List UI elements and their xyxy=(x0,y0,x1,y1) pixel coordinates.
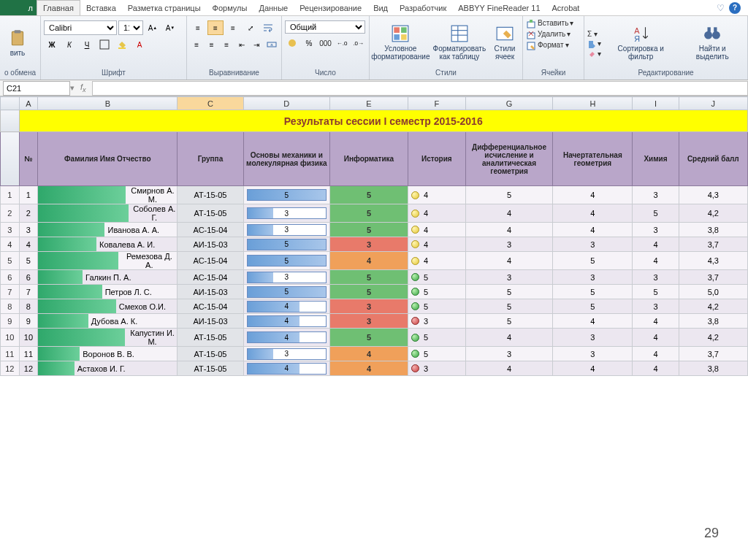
cell-geometry[interactable]: 4 xyxy=(553,314,633,329)
cell-chemistry[interactable]: 4 xyxy=(633,237,679,252)
tab-page-layout[interactable]: Разметка страницы xyxy=(122,0,207,15)
cell-name[interactable]: Петров Л. С. xyxy=(38,285,178,299)
cell-average[interactable]: 4,2 xyxy=(679,299,747,314)
cell-name[interactable]: Астахов И. Г. xyxy=(38,361,178,376)
percent-button[interactable]: % xyxy=(302,36,317,50)
border-button[interactable] xyxy=(96,37,112,52)
cell-group[interactable]: АИ-15-03 xyxy=(178,314,243,329)
cell-geometry[interactable]: 4 xyxy=(553,223,633,237)
cell-chemistry[interactable]: 4 xyxy=(633,361,679,376)
decrease-indent-button[interactable]: ⇤ xyxy=(235,37,249,52)
underline-button[interactable]: Ч xyxy=(79,37,95,52)
table-header[interactable]: Основы механики и молекулярная физика xyxy=(243,132,330,186)
cell-average[interactable]: 5,0 xyxy=(679,285,747,299)
font-color-button[interactable]: A xyxy=(131,37,148,52)
cell-history[interactable]: 4 xyxy=(408,237,465,252)
row-header[interactable]: 5 xyxy=(1,252,20,270)
cell-informatics[interactable]: 4 xyxy=(330,361,408,376)
cell-calculus[interactable]: 5 xyxy=(465,285,553,299)
cell-chemistry[interactable]: 3 xyxy=(633,270,679,285)
row-header[interactable]: 1 xyxy=(1,186,20,204)
orientation-button[interactable]: ⤢ xyxy=(243,20,259,35)
table-header[interactable]: Дифференциальное исчисление и аналитичес… xyxy=(465,132,553,186)
cell-group[interactable]: АТ-15-05 xyxy=(178,347,243,361)
cell-average[interactable]: 4,3 xyxy=(679,186,747,204)
insert-button[interactable]: Вставить ▾ xyxy=(526,19,581,29)
grow-font-button[interactable]: A▲ xyxy=(145,20,161,35)
cell-chemistry[interactable]: 5 xyxy=(633,285,679,299)
thousands-button[interactable]: 000 xyxy=(318,36,333,50)
cell-calculus[interactable]: 3 xyxy=(465,347,553,361)
sheet-title[interactable]: Результаты сессии I семестр 2015-2016 xyxy=(19,110,747,132)
cell-chemistry[interactable]: 3 xyxy=(633,223,679,237)
cell-name[interactable]: Ремезова Д. А. xyxy=(38,252,178,270)
cell-average[interactable]: 3,7 xyxy=(679,237,747,252)
tab-review[interactable]: Рецензирование xyxy=(294,0,367,15)
cell-group[interactable]: АТ-15-05 xyxy=(178,329,243,347)
formula-input[interactable] xyxy=(92,81,748,96)
cell-informatics[interactable]: 5 xyxy=(330,270,408,285)
column-header-D[interactable]: D xyxy=(243,97,330,110)
cell-geometry[interactable]: 3 xyxy=(553,329,633,347)
column-header-B[interactable]: B xyxy=(38,97,178,110)
number-format-select[interactable]: Общий xyxy=(285,20,365,34)
cell-name[interactable]: Капустин И. М. xyxy=(38,329,178,347)
font-size-select[interactable]: 11 xyxy=(118,20,143,35)
cell-number[interactable]: 7 xyxy=(19,285,38,299)
tab-home[interactable]: Главная xyxy=(37,0,80,15)
cell-name[interactable]: Дубова А. К. xyxy=(38,314,178,329)
sort-filter-button[interactable]: АЯ Сортировка и фильтр xyxy=(603,23,678,62)
cell-chemistry[interactable]: 4 xyxy=(633,252,679,270)
cell-group[interactable]: АТ-15-05 xyxy=(178,361,243,376)
cell-calculus[interactable]: 5 xyxy=(465,314,553,329)
cell-history[interactable]: 5 xyxy=(408,270,465,285)
cell-number[interactable]: 8 xyxy=(19,299,38,314)
cell-physics[interactable]: 5 xyxy=(243,252,330,270)
column-header-F[interactable]: F xyxy=(408,97,465,110)
cell-history[interactable]: 3 xyxy=(408,361,465,376)
conditional-formatting-button[interactable]: Условное форматирование xyxy=(373,23,429,62)
cell-calculus[interactable]: 5 xyxy=(465,299,553,314)
fx-icon[interactable]: fx xyxy=(80,83,86,93)
row-header[interactable]: 12 xyxy=(1,361,20,376)
row-header[interactable]: 7 xyxy=(1,285,20,299)
cell-number[interactable]: 11 xyxy=(19,347,38,361)
cell-average[interactable]: 4,2 xyxy=(679,204,747,223)
spreadsheet-grid[interactable]: ABCDEFGHIJРезультаты сессии I семестр 20… xyxy=(0,96,748,376)
cell-number[interactable]: 3 xyxy=(19,223,38,237)
italic-button[interactable]: К xyxy=(61,37,77,52)
currency-button[interactable] xyxy=(285,36,300,50)
cell-physics[interactable]: 3 xyxy=(243,204,330,223)
minimize-ribbon-icon[interactable]: ♡ xyxy=(717,3,725,13)
wrap-text-button[interactable] xyxy=(260,20,276,35)
cell-group[interactable]: АИ-15-03 xyxy=(178,237,243,252)
cell-number[interactable]: 12 xyxy=(19,361,38,376)
delete-button[interactable]: Удалить ▾ xyxy=(526,30,581,40)
cell-history[interactable]: 5 xyxy=(408,299,465,314)
cell-group[interactable]: АТ-15-05 xyxy=(178,204,243,223)
cell-average[interactable]: 3,8 xyxy=(679,223,747,237)
cell-calculus[interactable]: 3 xyxy=(465,270,553,285)
cell-informatics[interactable]: 3 xyxy=(330,237,408,252)
cell-chemistry[interactable]: 3 xyxy=(633,186,679,204)
cell-calculus[interactable]: 5 xyxy=(465,186,553,204)
tab-data[interactable]: Данные xyxy=(253,0,294,15)
cell-calculus[interactable]: 4 xyxy=(465,223,553,237)
cell-informatics[interactable]: 3 xyxy=(330,314,408,329)
cell-name[interactable]: Воронов В. В. xyxy=(38,347,178,361)
shrink-font-button[interactable]: A▼ xyxy=(162,20,178,35)
cell-informatics[interactable]: 5 xyxy=(330,329,408,347)
cell-number[interactable]: 10 xyxy=(19,329,38,347)
cell-informatics[interactable]: 5 xyxy=(330,204,408,223)
cell-chemistry[interactable]: 3 xyxy=(633,299,679,314)
row-header[interactable]: 4 xyxy=(1,237,20,252)
align-right-button[interactable]: ≡ xyxy=(220,37,234,52)
cell-geometry[interactable]: 5 xyxy=(553,252,633,270)
decrease-decimal-button[interactable]: .0→ xyxy=(351,36,366,50)
file-tab[interactable]: л xyxy=(0,0,37,15)
select-all-corner[interactable] xyxy=(1,97,20,110)
cell-geometry[interactable]: 3 xyxy=(553,270,633,285)
cell-history[interactable]: 4 xyxy=(408,223,465,237)
cell-average[interactable]: 3,7 xyxy=(679,270,747,285)
cell-physics[interactable]: 5 xyxy=(243,285,330,299)
